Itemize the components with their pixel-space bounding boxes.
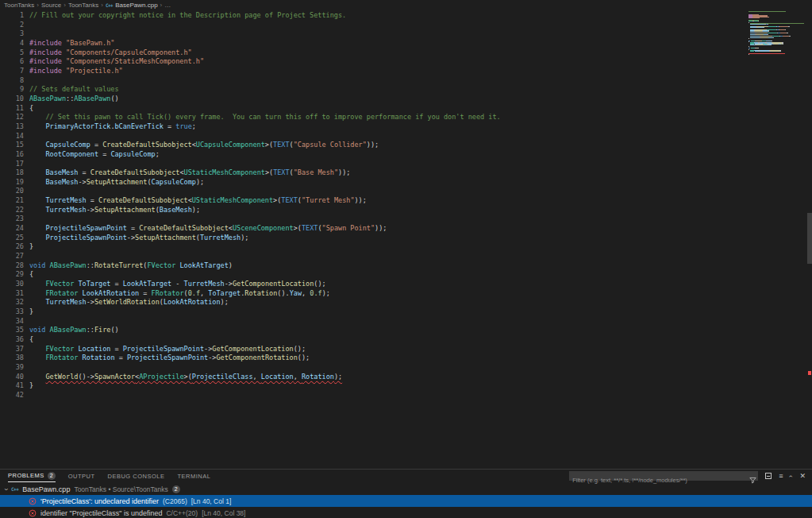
line-number: 28	[0, 261, 24, 271]
tab-terminal[interactable]: TERMINAL	[177, 470, 210, 482]
code-line[interactable]: #include "Components/CapsuleComponent.h"	[29, 48, 745, 58]
code-line[interactable]: ProjectileSpawnPoint->SetupAttachment(Tu…	[29, 234, 745, 243]
breadcrumb-item-source[interactable]: Source	[41, 2, 61, 9]
code-line[interactable]: TurretMesh->SetupAttachment(BaseMesh);	[29, 206, 745, 215]
panel-tabs: PROBLEMS 2 OUTPUT DEBUG CONSOLE TERMINAL	[8, 470, 210, 482]
code-line[interactable]: TurretMesh->SetWorldRotation(LookAtRotat…	[29, 298, 745, 307]
problems-file-row[interactable]: › C++ BasePawn.cpp ToonTanks • Source\To…	[0, 483, 812, 495]
code-line[interactable]: FRotator Rotation = ProjectileSpawnPoint…	[29, 354, 745, 363]
line-number: 20	[0, 187, 24, 196]
code-line[interactable]: // Fill out your copyright notice in the…	[29, 11, 745, 21]
code-line[interactable]: #include "Components/StaticMeshComponent…	[29, 57, 745, 67]
breadcrumb: ToonTanks › Source › ToonTanks › C++ Bas…	[0, 0, 812, 10]
cpp-file-icon: C++	[106, 2, 113, 8]
line-number: 16	[0, 150, 24, 160]
line-number: 26	[0, 242, 24, 252]
line-number: 14	[0, 132, 24, 141]
line-number: 18	[0, 168, 24, 178]
code-line[interactable]: FRotator LookAtRotation = FRotator(0.f, …	[29, 289, 745, 299]
problem-row[interactable]: identifier "ProjectileClass" is undefine…	[0, 507, 812, 518]
code-line[interactable]: {	[29, 270, 745, 280]
collapse-all-icon[interactable]	[765, 473, 772, 479]
breadcrumb-item-symbol[interactable]: …	[164, 2, 171, 9]
code-line[interactable]: BaseMesh->SetupAttachment(CapsuleComp);	[29, 178, 745, 187]
breadcrumb-item-workspace[interactable]: ToonTanks	[4, 2, 34, 9]
line-number: 6	[0, 57, 24, 67]
line-number: 38	[0, 354, 24, 363]
editor-gutter: 1234567891011121314151617181920212223242…	[0, 11, 24, 400]
code-line[interactable]	[29, 363, 745, 373]
code-line[interactable]: void ABasePawn::Fire()	[29, 326, 745, 335]
view-mode-icon[interactable]: ≡	[779, 473, 783, 480]
code-line[interactable]	[29, 391, 745, 400]
line-number: 1	[0, 11, 24, 21]
code-line[interactable]: {	[29, 104, 745, 114]
line-number: 11	[0, 104, 24, 114]
line-number: 29	[0, 270, 24, 280]
code-line[interactable]: FVector Location = ProjectileSpawnPoint-…	[29, 345, 745, 354]
minimap[interactable]	[749, 11, 804, 56]
code-line[interactable]: #include "BasePawn.h"	[29, 39, 745, 48]
tab-problems[interactable]: PROBLEMS 2	[8, 470, 56, 482]
code-line[interactable]	[29, 76, 745, 86]
breadcrumb-item-file[interactable]: BasePawn.cpp	[115, 2, 157, 9]
close-panel-icon[interactable]: ✕	[799, 473, 806, 480]
line-number: 15	[0, 141, 24, 150]
problems-count-badge: 2	[48, 472, 56, 480]
problem-row[interactable]: 'ProjectileClass': undeclared identifier…	[0, 495, 812, 507]
editor[interactable]: 1234567891011121314151617181920212223242…	[0, 10, 812, 469]
line-number: 24	[0, 224, 24, 234]
code-line[interactable]: PrimaryActorTick.bCanEverTick = true;	[29, 122, 745, 132]
problem-message: identifier "ProjectileClass" is undefine…	[40, 509, 162, 517]
editor-code[interactable]: // Fill out your copyright notice in the…	[29, 11, 745, 400]
editor-scrollbar[interactable]	[807, 213, 812, 264]
code-line[interactable]: // Set this pawn to call Tick() every fr…	[29, 113, 745, 122]
line-number: 7	[0, 67, 24, 76]
line-number: 12	[0, 113, 24, 122]
line-number: 2	[0, 21, 24, 30]
code-line[interactable]: #include "Projectile.h"	[29, 67, 745, 76]
line-number: 25	[0, 234, 24, 243]
code-line[interactable]	[29, 252, 745, 261]
code-line[interactable]	[29, 215, 745, 224]
code-line[interactable]: GetWorld()->SpawnActor<AProjectile>(Proj…	[29, 373, 745, 382]
code-line[interactable]	[29, 29, 745, 39]
code-line[interactable]: FVector ToTarget = LookAtTarget - Turret…	[29, 280, 745, 289]
code-line[interactable]: void ABasePawn::RotateTurret(FVector Loo…	[29, 261, 745, 271]
problem-code: C/C++(20)	[166, 509, 198, 517]
code-line[interactable]: }	[29, 307, 745, 317]
error-icon	[29, 509, 37, 517]
code-line[interactable]: TurretMesh = CreateDefaultSubobject<USta…	[29, 196, 745, 206]
line-number: 10	[0, 95, 24, 104]
line-number: 39	[0, 363, 24, 373]
line-number: 8	[0, 76, 24, 86]
code-line[interactable]: CapsuleComp = CreateDefaultSubobject<UCa…	[29, 141, 745, 150]
code-line[interactable]	[29, 132, 745, 141]
line-number: 19	[0, 178, 24, 187]
code-line[interactable]: }	[29, 242, 745, 252]
code-line[interactable]: BaseMesh = CreateDefaultSubobject<UStati…	[29, 168, 745, 178]
code-line[interactable]	[29, 160, 745, 169]
tab-debug-console[interactable]: DEBUG CONSOLE	[108, 470, 165, 482]
code-line[interactable]: }	[29, 381, 745, 391]
code-line[interactable]: RootComponent = CapsuleComp;	[29, 150, 745, 160]
problems-file-count: 2	[172, 485, 180, 493]
problem-message: 'ProjectileClass': undeclared identifier	[40, 497, 159, 505]
code-line[interactable]	[29, 187, 745, 196]
chevron-down-icon[interactable]: ›	[2, 488, 10, 490]
line-number: 30	[0, 280, 24, 289]
line-number: 42	[0, 391, 24, 400]
code-line[interactable]: ABasePawn::ABasePawn()	[29, 95, 745, 104]
tab-output[interactable]: OUTPUT	[68, 470, 95, 482]
maximize-panel-icon[interactable]: ›	[787, 475, 795, 477]
problem-location: [Ln 40, Col 1]	[191, 497, 232, 505]
code-line[interactable]: {	[29, 335, 745, 345]
filter-icon[interactable]	[749, 473, 756, 480]
code-line[interactable]: ProjectileSpawnPoint = CreateDefaultSubo…	[29, 224, 745, 234]
line-number: 3	[0, 29, 24, 39]
code-line[interactable]: // Sets default values	[29, 85, 745, 95]
code-line[interactable]	[29, 317, 745, 327]
cpp-file-icon: C++	[11, 486, 18, 492]
breadcrumb-item-folder[interactable]: ToonTanks	[68, 2, 98, 9]
code-line[interactable]	[29, 21, 745, 30]
